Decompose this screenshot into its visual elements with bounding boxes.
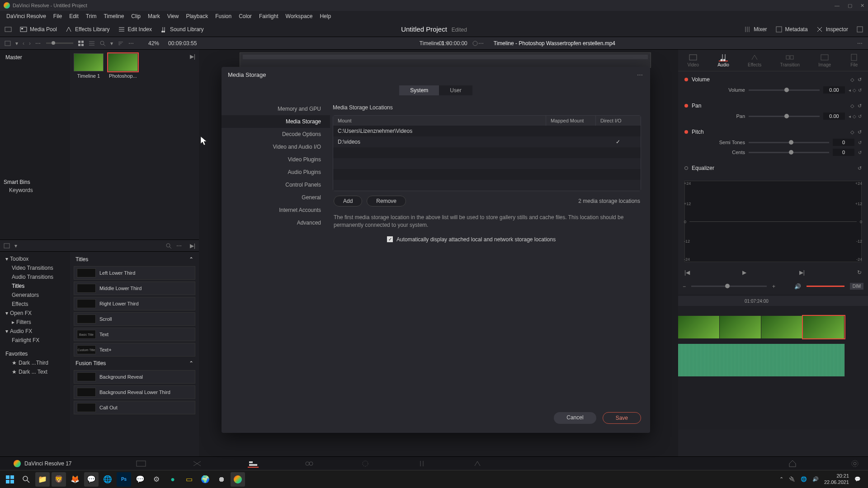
plus-icon[interactable]: + (772, 283, 775, 290)
keyframe-icon[interactable]: ◇ (850, 129, 854, 135)
app-icon[interactable]: ▭ (182, 472, 196, 487)
fusion-title-item[interactable]: Background Reveal (74, 370, 195, 384)
deliver-page-icon[interactable] (472, 460, 483, 468)
menu-item[interactable]: File (50, 13, 66, 19)
clip-thumbnail[interactable]: Photoshop... (108, 53, 138, 236)
pan-value[interactable]: 0.00 (823, 113, 845, 120)
edit-page-icon[interactable] (248, 460, 259, 468)
keyframe-icon[interactable]: ◇ (850, 103, 854, 109)
inspector-toggle[interactable]: Inspector (816, 26, 848, 33)
inspector-tab-file[interactable]: File (849, 53, 859, 67)
nav-back-icon[interactable]: ‹ (23, 40, 24, 47)
metadata-toggle[interactable]: Metadata (775, 26, 808, 33)
menu-item[interactable]: View (164, 13, 183, 19)
mixer-toggle[interactable]: Mixer (744, 26, 767, 33)
more-icon[interactable]: ⋯ (128, 40, 135, 47)
fusion-page-icon[interactable] (304, 460, 315, 468)
settings-icon[interactable] (851, 460, 859, 468)
clip-thumbnail[interactable]: Timeline 1 (74, 53, 104, 236)
prev-icon[interactable]: |◀ (684, 269, 690, 276)
table-row[interactable] (333, 147, 641, 158)
favorite-item[interactable]: ★Dark ...Third (2, 358, 68, 367)
panel-layout-icon[interactable] (4, 243, 10, 249)
prefs-side-item[interactable]: Memory and GPU (222, 103, 330, 115)
table-row[interactable]: C:\Users\Lizenznehmer\Videos (333, 126, 641, 136)
dim-button[interactable]: DIM (850, 283, 863, 290)
titles-node[interactable]: Titles (2, 282, 68, 291)
pitch-section[interactable]: Pitch (692, 129, 847, 135)
video-clip[interactable] (678, 316, 844, 338)
fusion-title-item[interactable]: Background Reveal Lower Third (74, 385, 195, 399)
cancel-button[interactable]: Cancel (554, 412, 596, 424)
volume-value[interactable]: 0.00 (823, 86, 845, 94)
media-pool-toggle[interactable]: Media Pool (20, 26, 57, 33)
timeline-name[interactable]: Timeline 1 ▾ (420, 40, 448, 47)
menu-item[interactable]: Clip (127, 13, 144, 19)
favorite-item[interactable]: ★Dark ... Text (2, 367, 68, 376)
chrome-icon[interactable]: 🌐 (100, 472, 115, 487)
openfx-node[interactable]: ▾Open FX (2, 309, 68, 318)
menu-item[interactable]: Mark (144, 13, 164, 19)
steam-icon[interactable]: ⚙ (149, 472, 164, 487)
enable-dot-icon[interactable] (684, 166, 688, 170)
notifications-icon[interactable]: 💬 (854, 476, 861, 482)
menu-item[interactable]: Workspace (282, 13, 316, 19)
title-item[interactable]: Scroll (74, 312, 195, 326)
keyframe-icon[interactable]: ◇ (850, 77, 854, 83)
sort-icon[interactable] (118, 40, 124, 47)
chevron-down-icon[interactable]: ▾ (14, 243, 17, 249)
effects-node[interactable]: Effects (2, 300, 68, 309)
menu-item[interactable]: Help (316, 13, 335, 19)
enable-dot-icon[interactable] (684, 130, 688, 134)
add-button[interactable]: Add (334, 196, 362, 206)
chevron-down-icon[interactable]: ▾ (110, 40, 113, 47)
inspector-tab-image[interactable]: Image (818, 53, 831, 67)
fairlight-page-icon[interactable] (416, 460, 427, 468)
audiofx-node[interactable]: ▾Audio FX (2, 327, 68, 336)
table-row[interactable] (333, 158, 641, 169)
title-item[interactable]: Middle Lower Third (74, 282, 195, 295)
speaker-icon[interactable]: 🔊 (794, 283, 801, 290)
grid-view-icon[interactable] (78, 40, 84, 47)
enable-dot-icon[interactable] (684, 104, 688, 108)
close-button[interactable]: ✕ (860, 3, 864, 9)
more-icon[interactable]: ⋯ (637, 71, 644, 78)
play-icon[interactable]: ▶ (742, 269, 746, 276)
prefs-side-item[interactable]: Advanced (222, 216, 330, 229)
home-icon[interactable] (788, 460, 797, 468)
video-transitions-node[interactable]: Video Transitions (2, 263, 68, 272)
color-page-icon[interactable] (360, 460, 371, 468)
direct-io-checkbox[interactable]: ✓ (595, 139, 641, 145)
nav-fwd-icon[interactable]: › (29, 40, 31, 47)
keyframe-icon[interactable]: ◇ (853, 88, 856, 93)
inspector-tab-transition[interactable]: Transition (780, 53, 800, 67)
audio-transitions-node[interactable]: Audio Transitions (2, 272, 68, 282)
brave-icon[interactable]: 🦁 (52, 472, 66, 487)
app-icon[interactable]: 🌍 (198, 472, 212, 487)
title-item[interactable]: Basic TitleText (74, 328, 195, 341)
more-icon[interactable]: ⋯ (176, 243, 183, 249)
inspector-tab-effects[interactable]: Effects (748, 53, 761, 67)
expand-toggle[interactable] (856, 26, 863, 33)
pan-section[interactable]: Pan (692, 103, 847, 109)
table-row[interactable]: D:\videos ✓ (333, 136, 641, 147)
minimize-button[interactable]: — (835, 3, 840, 9)
volume-slider[interactable] (749, 89, 820, 91)
more-icon[interactable]: ⋯ (478, 40, 485, 47)
prev-keyframe-icon[interactable]: ◂ (849, 114, 851, 119)
system-tab[interactable]: System (399, 85, 439, 95)
prev-keyframe-icon[interactable]: ◂ (849, 88, 851, 93)
master-bin[interactable]: Master (4, 53, 66, 61)
obs-icon[interactable]: ⏺ (214, 472, 229, 487)
firefox-icon[interactable]: 🦊 (68, 472, 82, 487)
smart-bin-keywords[interactable]: Keywords (4, 185, 66, 195)
bin-view-icon[interactable] (5, 40, 11, 47)
table-row[interactable] (333, 180, 641, 191)
fusion-title-item[interactable]: Call Out (74, 401, 195, 414)
edit-index-toggle[interactable]: Edit Index (118, 26, 152, 33)
equalizer-graph[interactable]: +24 +12 0 -12 -24 +24 +12 0 -12 -24 (684, 181, 862, 262)
media-page-icon[interactable] (136, 460, 146, 468)
timeline-ruler[interactable]: 01:07:24:00 (678, 296, 868, 306)
zoom-slider[interactable] (691, 286, 767, 287)
cents-slider[interactable] (749, 152, 829, 153)
